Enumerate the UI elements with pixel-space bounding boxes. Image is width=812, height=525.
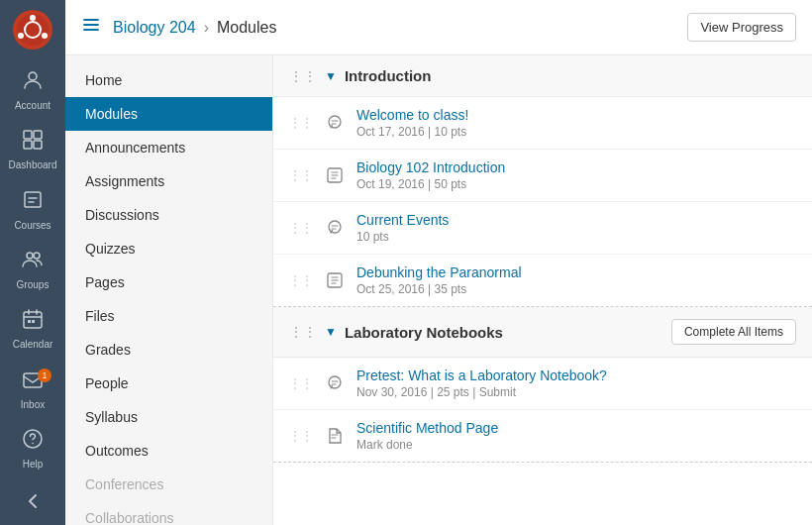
top-header: Biology 204 › Modules View Progress: [65, 0, 812, 55]
quiz-icon: [323, 163, 347, 187]
breadcrumb-page: Modules: [217, 19, 276, 37]
svg-rect-7: [34, 131, 42, 139]
svg-point-2: [30, 15, 36, 21]
item-title[interactable]: Biology 102 Introduction: [356, 159, 796, 175]
svg-point-18: [329, 116, 341, 128]
nav-dashboard-label: Dashboard: [9, 159, 57, 170]
inbox-badge: 1: [38, 368, 51, 382]
modules-content: ⋮⋮ ▼ Introduction ⋮⋮ Welco: [273, 55, 812, 525]
module-collapse-icon[interactable]: ▼: [325, 69, 337, 83]
sidebar-item-home[interactable]: Home: [65, 63, 272, 97]
svg-point-20: [329, 221, 341, 233]
sidebar-item-quizzes[interactable]: Quizzes: [65, 232, 272, 265]
nav-inbox-label: Inbox: [21, 399, 45, 410]
item-content: Welcome to class! Oct 17, 2016 | 10 pts: [356, 107, 796, 139]
content-body: Home Modules Announcements Assignments D…: [65, 55, 812, 525]
discussion-icon: [323, 216, 347, 240]
svg-rect-6: [24, 131, 32, 139]
nav-calendar[interactable]: Calendar: [0, 299, 65, 359]
sidebar-item-discussions[interactable]: Discussions: [65, 198, 272, 232]
sidebar-item-syllabus[interactable]: Syllabus: [65, 400, 272, 434]
sidebar-item-people[interactable]: People: [65, 367, 272, 400]
main-area: Biology 204 › Modules View Progress Home…: [65, 0, 812, 525]
nav-dashboard[interactable]: Dashboard: [0, 120, 65, 179]
breadcrumb-separator: ›: [204, 19, 209, 37]
svg-point-5: [29, 72, 37, 80]
module-introduction-title: Introduction: [345, 67, 431, 84]
item-meta: 10 pts: [356, 230, 796, 244]
svg-point-3: [42, 33, 48, 39]
hamburger-icon[interactable]: [81, 15, 101, 40]
nav-help-label: Help: [23, 459, 44, 470]
sidebar-item-assignments[interactable]: Assignments: [65, 164, 272, 198]
module-drag-handle[interactable]: ⋮⋮: [289, 324, 317, 340]
item-drag-handle[interactable]: ⋮⋮: [289, 376, 313, 390]
sidebar-item-collaborations: Collaborations: [65, 501, 272, 525]
item-title[interactable]: Debunking the Paranormal: [356, 264, 796, 280]
module-item: ⋮⋮ Debunking the Paranormal Oct 25, 2016…: [273, 255, 812, 306]
module-item: ⋮⋮ Welcome to class! Oct 17, 2016 | 10 p…: [273, 97, 812, 150]
sidebar-item-modules[interactable]: Modules: [65, 97, 272, 131]
module-introduction-header: ⋮⋮ ▼ Introduction: [273, 55, 812, 97]
sidebar-item-files[interactable]: Files: [65, 299, 272, 333]
item-drag-handle[interactable]: ⋮⋮: [289, 429, 313, 443]
item-meta: Oct 19, 2016 | 50 pts: [356, 177, 796, 191]
svg-point-10: [27, 253, 33, 259]
nav-account-label: Account: [15, 100, 51, 111]
item-content: Current Events 10 pts: [356, 212, 796, 244]
module-item: ⋮⋮ Biology 102 Introduction Oct 19, 2016…: [273, 150, 812, 202]
item-title[interactable]: Pretest: What is a Laboratory Notebook?: [356, 368, 796, 383]
svg-rect-9: [34, 141, 42, 149]
complete-all-button[interactable]: Complete All Items: [671, 319, 796, 345]
item-content: Debunking the Paranormal Oct 25, 2016 | …: [356, 264, 796, 296]
sidebar-item-pages[interactable]: Pages: [65, 265, 272, 299]
sidebar-item-grades[interactable]: Grades: [65, 333, 272, 367]
module-item: ⋮⋮ Current Events 10 pts: [273, 202, 812, 255]
nav-collapse[interactable]: [0, 478, 65, 526]
discussion-icon: [323, 111, 347, 135]
svg-rect-8: [24, 141, 32, 149]
nav-courses-label: Courses: [14, 220, 51, 231]
item-status: Mark done: [356, 438, 796, 452]
sidebar-item-outcomes[interactable]: Outcomes: [65, 434, 272, 468]
item-title[interactable]: Current Events: [356, 212, 796, 228]
canvas-logo[interactable]: [0, 0, 65, 59]
item-meta: Oct 17, 2016 | 10 pts: [356, 125, 796, 139]
page-icon: [323, 424, 347, 448]
item-content: Scientific Method Page Mark done: [356, 420, 796, 452]
module-drag-handle[interactable]: ⋮⋮: [289, 68, 317, 84]
module-lab-header: ⋮⋮ ▼ Laboratory Notebooks Complete All I…: [273, 307, 812, 358]
nav-account[interactable]: Account: [0, 59, 65, 119]
svg-point-17: [32, 443, 34, 445]
header-actions: View Progress: [687, 13, 796, 42]
module-lab-notebooks: ⋮⋮ ▼ Laboratory Notebooks Complete All I…: [273, 307, 812, 463]
nav-calendar-label: Calendar: [13, 339, 53, 350]
item-content: Pretest: What is a Laboratory Notebook? …: [356, 368, 796, 399]
item-title[interactable]: Welcome to class!: [356, 107, 796, 123]
view-progress-button[interactable]: View Progress: [687, 13, 796, 42]
breadcrumb-course[interactable]: Biology 204: [113, 19, 196, 37]
module-collapse-icon[interactable]: ▼: [325, 325, 337, 339]
nav-inbox[interactable]: 1 Inbox: [0, 359, 65, 418]
svg-point-4: [18, 33, 24, 39]
module-introduction: ⋮⋮ ▼ Introduction ⋮⋮ Welco: [273, 55, 812, 307]
svg-rect-13: [28, 320, 31, 323]
nav-help[interactable]: Help: [0, 418, 65, 477]
nav-groups-label: Groups: [17, 279, 50, 290]
item-title[interactable]: Scientific Method Page: [356, 420, 796, 436]
item-drag-handle[interactable]: ⋮⋮: [289, 221, 313, 235]
sidebar-item-conferences: Conferences: [65, 468, 272, 501]
item-drag-handle[interactable]: ⋮⋮: [289, 273, 313, 287]
global-nav: Account Dashboard Courses: [0, 0, 65, 525]
item-drag-handle[interactable]: ⋮⋮: [289, 168, 313, 182]
breadcrumb: Biology 204 › Modules: [113, 19, 276, 37]
sidebar-item-announcements[interactable]: Announcements: [65, 131, 272, 164]
item-meta: Oct 25, 2016 | 35 pts: [356, 282, 796, 296]
svg-point-11: [34, 253, 40, 259]
module-item: ⋮⋮ Scientific Method Page Mark done: [273, 410, 812, 462]
item-drag-handle[interactable]: ⋮⋮: [289, 116, 313, 130]
nav-courses[interactable]: Courses: [0, 179, 65, 239]
nav-groups[interactable]: Groups: [0, 239, 65, 298]
module-lab-title: Laboratory Notebooks: [345, 324, 503, 341]
svg-point-22: [329, 376, 341, 388]
